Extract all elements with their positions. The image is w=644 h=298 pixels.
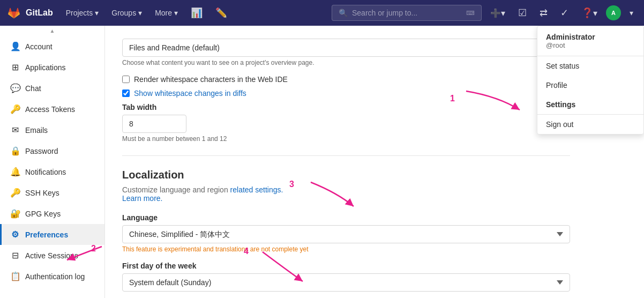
ssh-keys-icon: 🔑 [10, 188, 20, 198]
snippets-icon-button[interactable]: ✏️ [211, 4, 231, 22]
search-input[interactable] [352, 9, 462, 17]
active-sessions-icon: ⊟ [10, 250, 20, 260]
tab-width-input[interactable] [122, 115, 186, 133]
tab-width-label: Tab width [122, 103, 570, 111]
render-whitespace-checkbox[interactable] [122, 76, 130, 83]
sidebar-item-ssh-keys[interactable]: 🔑 SSH Keys [0, 182, 104, 203]
overview-hint: Choose what content you want to see on a… [122, 59, 570, 66]
more-menu-button[interactable]: More ▾ [151, 6, 182, 19]
language-select[interactable]: Chinese, Simplified - 简体中文 English Frenc… [122, 225, 570, 243]
files-readme-row: Files and Readme (default) Choose what c… [122, 39, 570, 66]
password-icon: 🔒 [10, 146, 20, 156]
related-settings-link[interactable]: related settings. [230, 185, 283, 194]
add-button[interactable]: ➕ ▾ [486, 5, 510, 21]
logo[interactable]: GitLab [6, 5, 53, 20]
issues-icon: ✓ [560, 7, 568, 19]
render-whitespace-row: Render whitespace characters in the Web … [122, 75, 570, 84]
merge-request-icon-button[interactable]: ⇄ [535, 4, 552, 22]
localization-title: Localization [122, 169, 570, 181]
sidebar: ▲ 👤 Account ⊞ Applications 💬 Chat 🔑 Acce… [0, 26, 105, 298]
show-whitespace-diffs-label[interactable]: Show whitespace changes in diffs [134, 89, 246, 98]
notifications-icon: 🔔 [10, 167, 20, 177]
sidebar-item-authentication-log[interactable]: 📋 Authentication log [0, 266, 104, 287]
todo-icon: ☑ [518, 7, 527, 19]
language-experimental-hint: This feature is experimental and transla… [122, 245, 570, 253]
first-day-row: First day of the week System default (Su… [122, 262, 570, 292]
user-avatar[interactable]: A [606, 5, 621, 20]
search-icon: 🔍 [339, 9, 348, 17]
first-day-select[interactable]: System default (Sunday) Sunday Monday Sa… [122, 273, 570, 292]
render-whitespace-label[interactable]: Render whitespace characters in the Web … [134, 75, 288, 84]
sidebar-item-account[interactable]: 👤 Account [0, 36, 104, 57]
sidebar-item-active-sessions[interactable]: ⊟ Active Sessions [0, 245, 104, 266]
applications-icon: ⊞ [10, 62, 20, 72]
sidebar-item-emails[interactable]: ✉ Emails [0, 120, 104, 140]
localization-section: Localization Customize language and regi… [122, 169, 570, 203]
profile-item[interactable]: Profile [537, 76, 643, 95]
content-area: Files and Readme (default) Choose what c… [105, 26, 587, 298]
help-icon-button[interactable]: ❓ ▾ [577, 4, 602, 22]
first-day-label: First day of the week [122, 262, 570, 270]
sidebar-item-access-tokens[interactable]: 🔑 Access Tokens [0, 99, 104, 120]
localization-desc: Customize language and region related se… [122, 185, 570, 203]
learn-more-link[interactable]: Learn more. [122, 194, 162, 203]
plus-icon: ➕ [490, 8, 501, 18]
sidebar-item-chat[interactable]: 💬 Chat [0, 78, 104, 99]
files-readme-select[interactable]: Files and Readme (default) [122, 39, 570, 57]
section-divider [122, 155, 570, 156]
search-shortcut: ⌨ [466, 10, 475, 17]
sidebar-item-applications[interactable]: ⊞ Applications [0, 57, 104, 78]
show-whitespace-diffs-checkbox[interactable] [122, 90, 130, 97]
groups-menu-button[interactable]: Groups ▾ [107, 6, 146, 19]
merge-request-icon: ⇄ [540, 7, 548, 19]
show-whitespace-row: Show whitespace changes in diffs [122, 89, 570, 98]
gpg-keys-icon: 🔐 [10, 208, 20, 219]
top-navigation: GitLab Projects ▾ Groups ▾ More ▾ 📊 ✏️ 🔍… [0, 0, 644, 26]
emails-icon: ✉ [10, 125, 20, 135]
tab-width-row: Tab width Must be a number between 1 and… [122, 103, 570, 143]
sign-out-item[interactable]: Sign out [537, 115, 643, 134]
set-status-item[interactable]: Set status [537, 56, 643, 76]
sidebar-item-preferences[interactable]: ⚙ Preferences [0, 224, 104, 245]
tab-width-hint: Must be a number between 1 and 12 [122, 135, 570, 143]
sidebar-item-password[interactable]: 🔒 Password [0, 140, 104, 161]
dropdown-username: Administrator [546, 33, 635, 41]
account-icon: 👤 [10, 41, 20, 51]
stats-icon-button[interactable]: 📊 [186, 4, 207, 22]
access-tokens-icon: 🔑 [10, 104, 20, 114]
scroll-up-indicator: ▲ [0, 26, 104, 36]
issues-icon-button[interactable]: ✓ [556, 4, 573, 22]
help-icon: ❓ [581, 7, 593, 19]
projects-menu-button[interactable]: Projects ▾ [62, 6, 103, 19]
sidebar-item-notifications[interactable]: 🔔 Notifications [0, 161, 104, 182]
language-label: Language [122, 213, 570, 222]
language-row: Language Chinese, Simplified - 简体中文 Engl… [122, 213, 570, 253]
user-dropdown-menu: Administrator @root Set status Profile S… [537, 26, 644, 135]
gitlab-logo-icon [6, 5, 21, 20]
dropdown-handle: @root [546, 41, 635, 49]
user-menu-chevron[interactable]: ▾ [625, 6, 638, 19]
todo-icon-button[interactable]: ☑ [514, 4, 531, 22]
auth-log-icon: 📋 [10, 271, 20, 281]
search-bar[interactable]: 🔍 ⌨ [332, 5, 482, 21]
preferences-icon: ⚙ [10, 229, 20, 240]
chat-icon: 💬 [10, 83, 20, 93]
user-dropdown-header: Administrator @root [537, 26, 643, 56]
sidebar-item-gpg-keys[interactable]: 🔐 GPG Keys [0, 203, 104, 224]
settings-item[interactable]: Settings [537, 95, 643, 114]
